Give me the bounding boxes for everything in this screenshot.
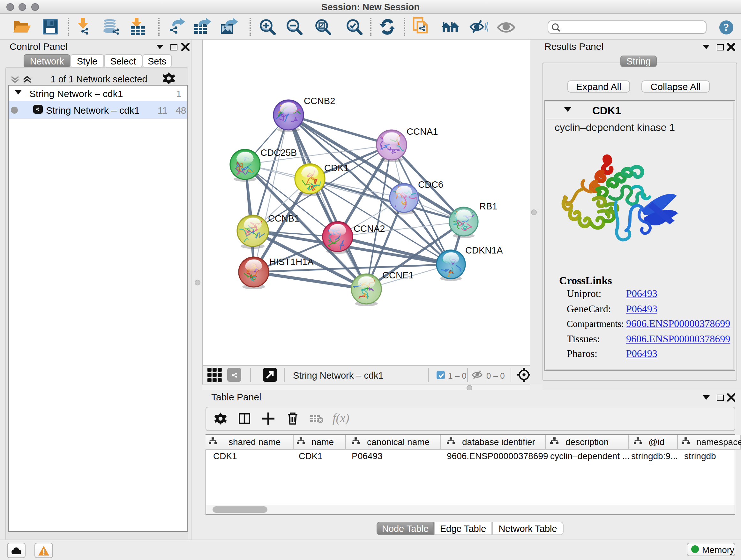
svg-text:RB1: RB1	[479, 201, 497, 211]
svg-text:CDK1: CDK1	[324, 163, 349, 173]
svg-text:CCNB1: CCNB1	[268, 213, 299, 224]
svg-text:?: ?	[724, 21, 729, 33]
svg-text:CCNA2: CCNA2	[354, 224, 385, 234]
svg-text:HIST1H1A: HIST1H1A	[269, 257, 314, 267]
svg-text:CCNE1: CCNE1	[382, 270, 414, 280]
svg-text:CCNA1: CCNA1	[407, 126, 438, 137]
svg-text:CDKN1A: CDKN1A	[465, 245, 503, 255]
svg-text:CDC25B: CDC25B	[260, 147, 297, 158]
svg-text:CCNB2: CCNB2	[304, 96, 335, 106]
svg-text:CDC6: CDC6	[418, 179, 443, 190]
